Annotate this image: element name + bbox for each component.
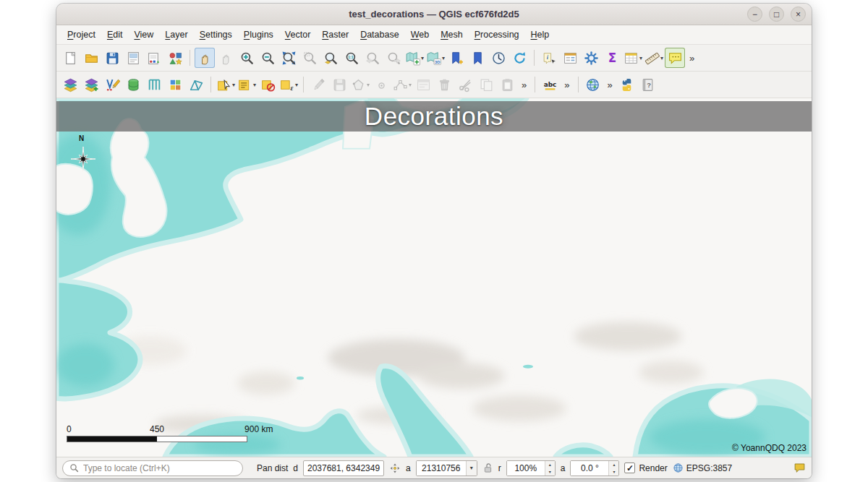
dropdown-arrow-icon[interactable]: ▾ — [367, 82, 370, 88]
new-geopackage-layer-button[interactable] — [123, 74, 143, 95]
open-project-button[interactable] — [81, 48, 101, 68]
open-attribute-table-button[interactable]: ▾ — [623, 48, 643, 68]
zoom-to-layer-button[interactable] — [320, 48, 341, 68]
scale-combo[interactable]: ▾ — [416, 460, 477, 476]
refresh-map-button[interactable] — [509, 48, 529, 68]
maximize-button[interactable]: □ — [769, 7, 784, 22]
layer-labeling-options-button[interactable]: abc — [540, 74, 560, 95]
dropdown-arrow-icon[interactable]: ▾ — [295, 82, 298, 88]
zoom-full-extent-button[interactable] — [278, 48, 299, 68]
modify-attributes-button[interactable] — [413, 74, 433, 95]
dropdown-arrow-icon[interactable]: ▾ — [409, 82, 412, 88]
zoom-native-resolution-button[interactable]: 1:1 — [341, 48, 362, 68]
toolbar-overflow-button[interactable]: » — [518, 79, 530, 90]
menu-raster[interactable]: Raster — [316, 27, 354, 43]
deselect-all-button[interactable] — [258, 74, 278, 95]
identify-features-button[interactable]: i — [539, 48, 559, 68]
add-record-button[interactable] — [371, 74, 391, 95]
add-raster-layer-button[interactable] — [165, 74, 185, 95]
save-layer-edits-button[interactable] — [329, 74, 349, 95]
menu-view[interactable]: View — [128, 27, 159, 43]
statistical-summary-button[interactable]: Σ — [602, 48, 622, 68]
zoom-to-selection-button[interactable] — [299, 48, 320, 68]
magnifier-spinner[interactable]: ▴▾ — [506, 460, 556, 476]
spin-up-icon[interactable]: ▴ — [609, 461, 618, 468]
chevron-down-icon[interactable]: ▾ — [466, 461, 477, 475]
title-bar[interactable]: test_decorations — QGIS ecf676fd2d5 − □ … — [56, 4, 812, 25]
help-contents-button[interactable]: ? — [638, 74, 658, 95]
map-tips-button[interactable] — [665, 48, 685, 68]
rotation-spinner[interactable]: ▴▾ — [570, 460, 619, 476]
select-features-button[interactable]: ▾ — [216, 74, 236, 95]
new-spatial-bookmark-button[interactable] — [446, 48, 467, 68]
spin-up-icon[interactable]: ▴ — [545, 461, 555, 468]
new-print-layout-button[interactable] — [123, 48, 143, 68]
magnifier-input[interactable] — [507, 461, 545, 475]
extents-icon[interactable] — [389, 462, 401, 474]
add-vector-layer-button[interactable] — [81, 74, 101, 95]
dropdown-arrow-icon[interactable]: ▾ — [232, 82, 235, 88]
lock-icon[interactable] — [482, 462, 493, 473]
zoom-next-button[interactable] — [383, 48, 404, 68]
menu-processing[interactable]: Processing — [469, 27, 525, 43]
show-style-manager-button[interactable] — [165, 48, 185, 68]
new-3d-map-view-button[interactable]: 3D▾ — [425, 48, 446, 68]
select-features-by-form-button[interactable] — [560, 48, 580, 68]
toggle-editing-button[interactable] — [308, 74, 328, 95]
toolbar-overflow-button[interactable]: » — [604, 79, 616, 90]
render-checkbox[interactable]: ✓ — [624, 462, 635, 473]
locator-bar[interactable] — [62, 460, 243, 476]
menu-mesh[interactable]: Mesh — [435, 27, 469, 43]
measure-line-button[interactable]: ▾ — [644, 48, 664, 68]
save-project-button[interactable] — [102, 48, 122, 68]
new-virtual-layer-button[interactable] — [144, 74, 164, 95]
spinner-arrows[interactable]: ▴▾ — [545, 461, 555, 475]
temporal-controller-button[interactable] — [488, 48, 509, 68]
menu-plugins[interactable]: Plugins — [238, 27, 279, 43]
toolbar-overflow-button[interactable]: » — [686, 53, 698, 64]
render-toggle[interactable]: ✓ Render — [624, 462, 667, 473]
messages-icon[interactable] — [793, 462, 806, 474]
menu-layer[interactable]: Layer — [159, 27, 193, 43]
zoom-last-button[interactable] — [362, 48, 383, 68]
cut-features-button[interactable] — [455, 74, 475, 95]
show-spatial-bookmarks-button[interactable] — [467, 48, 488, 68]
minimize-button[interactable]: − — [747, 7, 762, 22]
crs-button[interactable]: EPSG:3857 — [673, 462, 732, 473]
select-by-expression-button[interactable]: ε▾ — [278, 74, 299, 95]
map-canvas[interactable]: Decorations N 0 450 900 km © YoannQDQ 20… — [56, 98, 812, 457]
copy-features-button[interactable] — [476, 74, 496, 95]
delete-selected-button[interactable] — [434, 74, 454, 95]
pan-to-selection-button[interactable] — [216, 48, 236, 68]
paste-features-button[interactable] — [497, 74, 517, 95]
toolbar-overflow-button[interactable]: » — [561, 79, 573, 90]
menu-database[interactable]: Database — [354, 27, 405, 43]
pan-map-button[interactable] — [195, 48, 215, 68]
new-shapefile-layer-button[interactable] — [102, 74, 122, 95]
python-console-button[interactable] — [617, 74, 637, 95]
coordinate-input[interactable] — [303, 460, 384, 476]
locator-input[interactable] — [83, 463, 236, 473]
options-button[interactable] — [581, 48, 601, 68]
dropdown-arrow-icon[interactable]: ▾ — [639, 55, 642, 61]
zoom-out-button[interactable] — [258, 48, 278, 68]
menu-project[interactable]: Project — [61, 27, 101, 43]
vertex-tool-button[interactable]: ▾ — [392, 74, 412, 95]
menu-web[interactable]: Web — [405, 27, 435, 43]
dropdown-arrow-icon[interactable]: ▾ — [660, 55, 663, 61]
scale-input[interactable] — [417, 461, 466, 475]
show-layout-manager-button[interactable] — [144, 48, 164, 68]
spin-down-icon[interactable]: ▾ — [609, 468, 618, 475]
rotation-input[interactable] — [571, 461, 608, 475]
open-data-source-manager-button[interactable] — [60, 74, 80, 95]
select-features-by-value-button[interactable]: ▾ — [237, 74, 257, 95]
dropdown-arrow-icon[interactable]: ▾ — [442, 55, 445, 61]
dropdown-arrow-icon[interactable]: ▾ — [421, 55, 424, 61]
menu-settings[interactable]: Settings — [194, 27, 238, 43]
metasearch-button[interactable] — [583, 74, 603, 95]
add-polygon-feature-button[interactable]: ▾ — [350, 74, 370, 95]
dropdown-arrow-icon[interactable]: ▾ — [253, 82, 256, 88]
spinner-arrows[interactable]: ▴▾ — [608, 461, 618, 475]
menu-vector[interactable]: Vector — [279, 27, 316, 43]
new-project-button[interactable] — [60, 48, 80, 68]
